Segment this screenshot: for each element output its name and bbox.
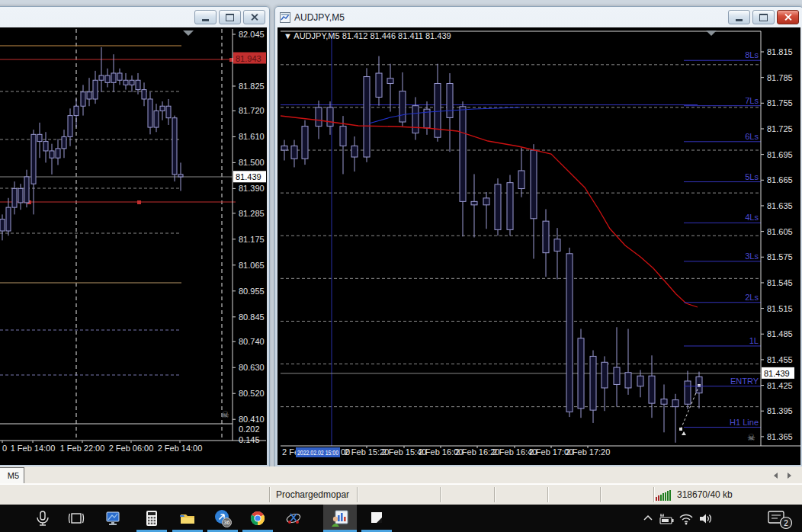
svg-text:2 Feb 14:00: 2 Feb 14:00 (158, 444, 203, 453)
wifi-icon (678, 512, 694, 525)
svg-text:1 Feb 14:00: 1 Feb 14:00 (11, 444, 56, 453)
svg-text:81.725: 81.725 (767, 124, 793, 133)
tray-volume-button[interactable] (698, 512, 713, 525)
minimize-icon (202, 19, 209, 21)
chevron-up-icon (643, 514, 653, 523)
right-chart-canvas[interactable]: 8Ls7Ls6Ls5Ls4Ls3Ls2Ls1LENTRYH1 Line81.81… (279, 27, 800, 463)
notification-center-button[interactable]: 2 (765, 509, 794, 530)
tray-expand-button[interactable] (642, 512, 654, 524)
svg-text:81.605: 81.605 (767, 227, 793, 236)
close-button[interactable] (243, 10, 265, 24)
svg-text:8Ls: 8Ls (745, 50, 759, 59)
svg-text:81.720: 81.720 (239, 106, 265, 115)
tab-m5[interactable]: M5 (0, 467, 24, 483)
snipping-tool-icon (284, 509, 303, 527)
battery-charging-icon (659, 513, 675, 525)
arrow-right-icon (788, 473, 791, 479)
svg-text:▼ AUDJPY,M5 81.412 81.446 81.: ▼ AUDJPY,M5 81.412 81.446 81.411 81.439 (284, 31, 451, 40)
system-monitor-icon (104, 509, 122, 527)
divider (494, 487, 495, 502)
close-button[interactable] (777, 10, 799, 24)
svg-text:81.575: 81.575 (767, 252, 793, 261)
file-explorer-icon (178, 509, 197, 527)
svg-text:81.755: 81.755 (767, 98, 793, 107)
taskbar-calculator-button[interactable] (136, 505, 167, 532)
metatrader-icon (330, 508, 350, 528)
taskbar-file-explorer-button[interactable] (172, 505, 203, 532)
svg-text:81.425: 81.425 (767, 381, 793, 390)
tray-wifi-button[interactable] (678, 512, 694, 525)
minimize-button[interactable] (728, 10, 750, 24)
svg-text:2022.02.02 15:00: 2022.02.02 15:00 (297, 449, 338, 457)
notes-app-icon (367, 509, 386, 527)
minimize-button[interactable] (194, 10, 217, 24)
svg-text:81.285: 81.285 (239, 209, 265, 218)
minimize-icon (736, 19, 743, 21)
tab-scroll-right-button[interactable] (784, 470, 794, 480)
svg-text:82.045: 82.045 (239, 30, 265, 39)
svg-text:81.485: 81.485 (767, 329, 793, 338)
tray-battery-button[interactable] (659, 513, 675, 525)
svg-text:2Ls: 2Ls (745, 293, 759, 302)
left-window-titlebar[interactable] (0, 7, 269, 27)
app-36-icon: 36 (213, 508, 233, 528)
window-chart-icon (280, 12, 290, 23)
svg-text:81.785: 81.785 (767, 73, 793, 82)
svg-text:☠: ☠ (221, 409, 229, 420)
taskbar-app-36-button[interactable]: 36 (207, 505, 238, 532)
desktop: AUDJPY,M5 82.04581.82581.72081.61081.500… (0, 0, 802, 532)
svg-text:1L: 1L (749, 336, 759, 345)
divider (357, 487, 358, 502)
taskbar-microphone-button[interactable] (27, 505, 58, 532)
svg-text:81.365: 81.365 (767, 432, 793, 441)
svg-text:2 Feb 17:20: 2 Feb 17:20 (566, 447, 611, 457)
svg-text:81.439: 81.439 (236, 172, 261, 181)
svg-text:81.665: 81.665 (767, 175, 793, 184)
svg-text:80.955: 80.955 (239, 287, 265, 296)
divider (440, 487, 441, 502)
window-title: AUDJPY,M5 (294, 12, 345, 23)
maximize-button[interactable] (752, 10, 775, 24)
speaker-icon (698, 512, 713, 525)
chart-tab-bar: M5 (0, 466, 802, 484)
notification-badge: 2 (784, 519, 788, 527)
microphone-icon (34, 509, 52, 527)
connection-bars-icon (656, 490, 672, 501)
svg-text:81.439: 81.439 (764, 369, 790, 378)
svg-text:80.520: 80.520 (239, 389, 265, 398)
divider (547, 487, 548, 502)
maximize-button[interactable] (219, 10, 241, 24)
maximize-icon (226, 14, 234, 21)
calculator-icon (143, 509, 161, 527)
task-view-icon (67, 509, 85, 527)
svg-text:5Ls: 5Ls (745, 172, 759, 181)
maximize-icon (759, 14, 768, 21)
left-chart-canvas[interactable]: 82.04581.82581.72081.61081.50081.39081.2… (0, 27, 266, 463)
taskbar-notes-app-button[interactable] (361, 505, 392, 532)
svg-text:81.610: 81.610 (239, 132, 265, 141)
notification-icon: 2 (765, 509, 794, 530)
status-bar: Prochargedmopar 318670/40 kb (0, 483, 802, 505)
svg-text:ENTRY: ENTRY (730, 377, 759, 386)
tab-label: M5 (8, 471, 19, 480)
tab-scroll-left-button[interactable] (770, 470, 781, 480)
right-window-titlebar[interactable]: AUDJPY,M5 (275, 7, 802, 27)
close-icon (250, 13, 258, 21)
taskbar: 36 (0, 505, 802, 532)
taskbar-metatrader-button[interactable] (323, 505, 357, 532)
divider (269, 487, 270, 502)
svg-text:81.175: 81.175 (239, 235, 265, 244)
svg-text:0: 0 (2, 444, 7, 453)
svg-text:7Ls: 7Ls (745, 96, 759, 105)
trader-name-status: Prochargedmopar (276, 489, 349, 500)
svg-text:1 Feb 22:00: 1 Feb 22:00 (60, 444, 105, 453)
taskbar-task-view-button[interactable] (61, 505, 91, 532)
svg-text:81.500: 81.500 (239, 158, 265, 167)
taskbar-system-monitor-button[interactable] (98, 505, 128, 532)
close-icon (784, 13, 792, 21)
arrow-left-icon (774, 473, 778, 479)
taskbar-snipping-tool-button[interactable] (278, 505, 309, 532)
svg-text:81.390: 81.390 (239, 184, 265, 193)
taskbar-chrome-button[interactable] (242, 505, 273, 532)
svg-text:81.825: 81.825 (239, 82, 265, 91)
